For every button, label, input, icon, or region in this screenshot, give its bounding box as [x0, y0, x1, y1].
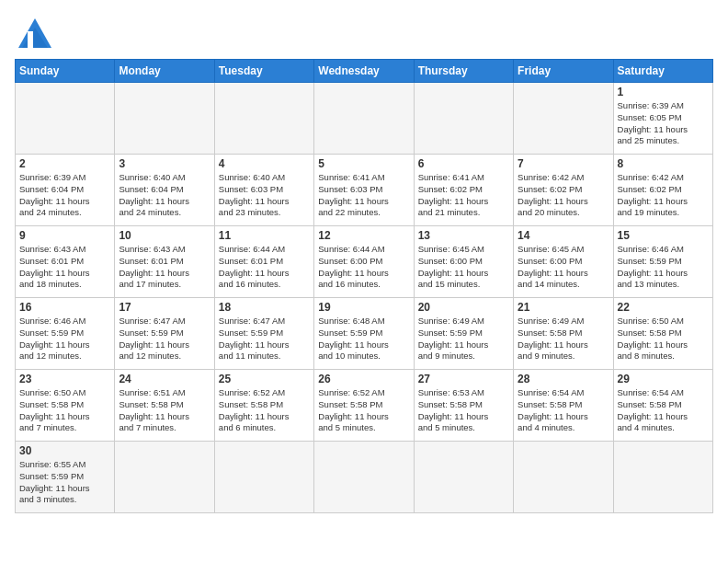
calendar-cell: 18Sunrise: 6:47 AM Sunset: 5:59 PM Dayli… — [214, 298, 313, 370]
calendar-cell: 3Sunrise: 6:40 AM Sunset: 6:04 PM Daylig… — [115, 155, 214, 226]
day-info: Sunrise: 6:39 AM Sunset: 6:04 PM Dayligh… — [19, 172, 110, 219]
calendar-cell: 22Sunrise: 6:50 AM Sunset: 5:58 PM Dayli… — [613, 298, 712, 370]
day-number: 21 — [518, 301, 609, 314]
calendar-cell: 30Sunrise: 6:55 AM Sunset: 5:59 PM Dayli… — [16, 442, 115, 513]
day-number: 14 — [518, 229, 609, 242]
day-number: 17 — [119, 301, 210, 314]
day-number: 11 — [219, 229, 310, 242]
day-number: 10 — [119, 229, 210, 242]
day-number: 26 — [318, 373, 409, 385]
calendar-cell: 9Sunrise: 6:43 AM Sunset: 6:01 PM Daylig… — [16, 226, 115, 298]
dow-thursday: Thursday — [414, 60, 513, 83]
svg-rect-2 — [28, 31, 33, 48]
day-info: Sunrise: 6:46 AM Sunset: 5:59 PM Dayligh… — [618, 244, 709, 291]
day-info: Sunrise: 6:44 AM Sunset: 6:01 PM Dayligh… — [219, 244, 310, 291]
day-info: Sunrise: 6:44 AM Sunset: 6:00 PM Dayligh… — [318, 244, 409, 291]
day-info: Sunrise: 6:40 AM Sunset: 6:04 PM Dayligh… — [119, 172, 210, 219]
calendar-cell: 28Sunrise: 6:54 AM Sunset: 5:58 PM Dayli… — [514, 370, 613, 442]
calendar-cell: 26Sunrise: 6:52 AM Sunset: 5:58 PM Dayli… — [314, 370, 414, 442]
day-number: 18 — [219, 301, 310, 314]
day-info: Sunrise: 6:55 AM Sunset: 5:59 PM Dayligh… — [19, 459, 110, 506]
day-number: 15 — [618, 229, 709, 242]
day-info: Sunrise: 6:49 AM Sunset: 5:58 PM Dayligh… — [518, 316, 609, 362]
day-info: Sunrise: 6:54 AM Sunset: 5:58 PM Dayligh… — [618, 387, 709, 434]
calendar-cell — [514, 83, 613, 155]
calendar-cell — [214, 83, 313, 155]
day-number: 29 — [618, 373, 709, 385]
dow-wednesday: Wednesday — [314, 60, 414, 83]
day-info: Sunrise: 6:42 AM Sunset: 6:02 PM Dayligh… — [518, 172, 609, 219]
day-number: 16 — [19, 301, 110, 314]
calendar-cell: 2Sunrise: 6:39 AM Sunset: 6:04 PM Daylig… — [16, 155, 115, 226]
calendar-cell: 25Sunrise: 6:52 AM Sunset: 5:58 PM Dayli… — [214, 370, 313, 442]
day-number: 19 — [318, 301, 409, 314]
day-info: Sunrise: 6:42 AM Sunset: 6:02 PM Dayligh… — [618, 172, 709, 219]
day-number: 12 — [318, 229, 409, 242]
calendar-table: SundayMondayTuesdayWednesdayThursdayFrid… — [15, 59, 713, 513]
calendar-cell — [214, 442, 313, 513]
day-number: 13 — [418, 229, 509, 242]
day-number: 22 — [618, 301, 709, 314]
day-number: 24 — [119, 373, 210, 385]
day-number: 8 — [618, 157, 709, 170]
calendar-cell: 17Sunrise: 6:47 AM Sunset: 5:59 PM Dayli… — [115, 298, 214, 370]
calendar-cell: 23Sunrise: 6:50 AM Sunset: 5:58 PM Dayli… — [16, 370, 115, 442]
day-info: Sunrise: 6:47 AM Sunset: 5:59 PM Dayligh… — [219, 316, 310, 362]
day-info: Sunrise: 6:48 AM Sunset: 5:59 PM Dayligh… — [318, 316, 409, 362]
day-info: Sunrise: 6:52 AM Sunset: 5:58 PM Dayligh… — [318, 387, 409, 434]
day-number: 5 — [318, 157, 409, 170]
calendar-cell: 14Sunrise: 6:45 AM Sunset: 6:00 PM Dayli… — [514, 226, 613, 298]
calendar-cell — [414, 83, 513, 155]
day-number: 27 — [418, 373, 509, 385]
calendar-cell: 11Sunrise: 6:44 AM Sunset: 6:01 PM Dayli… — [214, 226, 313, 298]
calendar-cell — [613, 442, 712, 513]
day-number: 1 — [618, 86, 709, 98]
calendar-cell — [115, 83, 214, 155]
calendar-cell — [414, 442, 513, 513]
calendar-cell: 13Sunrise: 6:45 AM Sunset: 6:00 PM Dayli… — [414, 226, 513, 298]
day-info: Sunrise: 6:43 AM Sunset: 6:01 PM Dayligh… — [119, 244, 210, 291]
day-info: Sunrise: 6:43 AM Sunset: 6:01 PM Dayligh… — [19, 244, 110, 291]
day-info: Sunrise: 6:39 AM Sunset: 6:05 PM Dayligh… — [618, 100, 709, 147]
calendar-cell: 21Sunrise: 6:49 AM Sunset: 5:58 PM Dayli… — [514, 298, 613, 370]
day-number: 20 — [418, 301, 509, 314]
calendar-cell — [514, 442, 613, 513]
calendar-cell — [115, 442, 214, 513]
calendar-cell: 7Sunrise: 6:42 AM Sunset: 6:02 PM Daylig… — [514, 155, 613, 226]
day-info: Sunrise: 6:54 AM Sunset: 5:58 PM Dayligh… — [518, 387, 609, 434]
calendar-cell — [16, 83, 115, 155]
dow-monday: Monday — [115, 60, 214, 83]
calendar-cell: 19Sunrise: 6:48 AM Sunset: 5:59 PM Dayli… — [314, 298, 414, 370]
day-info: Sunrise: 6:41 AM Sunset: 6:02 PM Dayligh… — [418, 172, 509, 219]
day-number: 2 — [19, 157, 110, 170]
calendar-cell: 16Sunrise: 6:46 AM Sunset: 5:59 PM Dayli… — [16, 298, 115, 370]
day-number: 9 — [19, 229, 110, 242]
day-number: 6 — [418, 157, 509, 170]
dow-friday: Friday — [514, 60, 613, 83]
day-info: Sunrise: 6:49 AM Sunset: 5:59 PM Dayligh… — [418, 316, 509, 362]
day-info: Sunrise: 6:53 AM Sunset: 5:58 PM Dayligh… — [418, 387, 509, 434]
day-number: 25 — [219, 373, 310, 385]
calendar-cell: 20Sunrise: 6:49 AM Sunset: 5:59 PM Dayli… — [414, 298, 513, 370]
calendar-cell: 6Sunrise: 6:41 AM Sunset: 6:02 PM Daylig… — [414, 155, 513, 226]
calendar-cell — [314, 83, 414, 155]
day-info: Sunrise: 6:47 AM Sunset: 5:59 PM Dayligh… — [119, 316, 210, 362]
calendar-cell: 24Sunrise: 6:51 AM Sunset: 5:58 PM Dayli… — [115, 370, 214, 442]
day-info: Sunrise: 6:50 AM Sunset: 5:58 PM Dayligh… — [19, 387, 110, 434]
day-number: 30 — [19, 444, 110, 457]
calendar-cell: 12Sunrise: 6:44 AM Sunset: 6:00 PM Dayli… — [314, 226, 414, 298]
day-info: Sunrise: 6:52 AM Sunset: 5:58 PM Dayligh… — [219, 387, 310, 434]
calendar-cell: 29Sunrise: 6:54 AM Sunset: 5:58 PM Dayli… — [613, 370, 712, 442]
dow-saturday: Saturday — [613, 60, 712, 83]
day-info: Sunrise: 6:50 AM Sunset: 5:58 PM Dayligh… — [618, 316, 709, 362]
calendar-cell: 1Sunrise: 6:39 AM Sunset: 6:05 PM Daylig… — [613, 83, 712, 155]
day-info: Sunrise: 6:45 AM Sunset: 6:00 PM Dayligh… — [418, 244, 509, 291]
page-header — [15, 15, 713, 52]
day-info: Sunrise: 6:46 AM Sunset: 5:59 PM Dayligh… — [19, 316, 110, 362]
day-info: Sunrise: 6:41 AM Sunset: 6:03 PM Dayligh… — [318, 172, 409, 219]
calendar-cell: 8Sunrise: 6:42 AM Sunset: 6:02 PM Daylig… — [613, 155, 712, 226]
logo — [15, 15, 59, 52]
dow-sunday: Sunday — [16, 60, 115, 83]
day-number: 28 — [518, 373, 609, 385]
dow-tuesday: Tuesday — [214, 60, 313, 83]
